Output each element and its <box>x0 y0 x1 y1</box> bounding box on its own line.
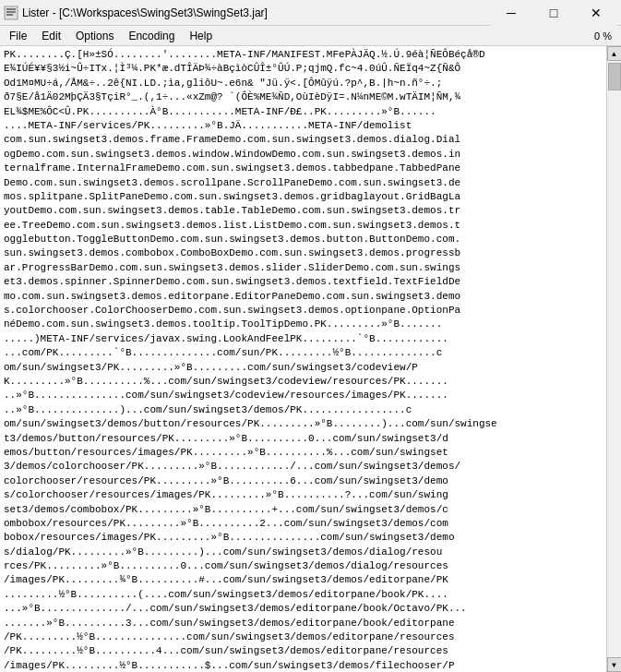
content-area: PK........Ç.[H»±SÓ........'........META-… <box>0 46 621 672</box>
svg-rect-0 <box>5 6 18 19</box>
title-bar-controls: ─ □ ✕ <box>490 0 617 26</box>
minimize-button[interactable]: ─ <box>490 0 532 26</box>
menu-options[interactable]: Options <box>68 26 121 45</box>
scrollbar[interactable]: ▲ ▼ <box>606 46 621 672</box>
scroll-thumb[interactable] <box>608 63 621 90</box>
menu-bar: File Edit Options Encoding Help 0 % <box>0 26 621 46</box>
scroll-up-button[interactable]: ▲ <box>607 46 622 61</box>
close-button[interactable]: ✕ <box>575 0 617 26</box>
menu-encoding[interactable]: Encoding <box>121 26 182 45</box>
app-icon <box>4 6 18 20</box>
maximize-button[interactable]: □ <box>532 0 575 26</box>
scroll-down-button[interactable]: ▼ <box>607 657 622 672</box>
title-bar: Lister - [C:\Workspaces\SwingSet3\SwingS… <box>0 0 621 26</box>
progress-indicator: 0 % <box>594 30 619 42</box>
menu-edit[interactable]: Edit <box>34 26 68 45</box>
menu-help[interactable]: Help <box>182 26 220 45</box>
title-bar-left: Lister - [C:\Workspaces\SwingSet3\SwingS… <box>4 6 268 20</box>
window-title: Lister - [C:\Workspaces\SwingSet3\SwingS… <box>22 6 268 19</box>
menu-file[interactable]: File <box>2 26 34 45</box>
text-display[interactable]: PK........Ç.[H»±SÓ........'........META-… <box>0 46 606 672</box>
